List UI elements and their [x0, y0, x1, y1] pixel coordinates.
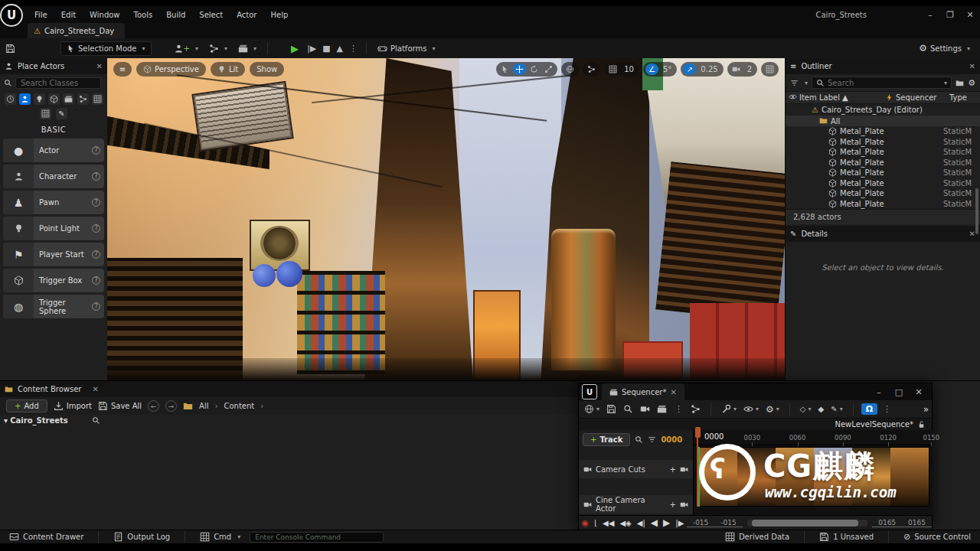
place-actor-pawn[interactable]: ♟ Pawn?: [3, 191, 104, 214]
world-dropdown-icon[interactable]: ▾: [582, 403, 602, 416]
menu-build[interactable]: Build: [159, 6, 192, 23]
place-actor-player-start[interactable]: ⚑ Player Start?: [3, 243, 104, 266]
add-section-icon[interactable]: +: [670, 500, 676, 509]
select-tool-icon[interactable]: [498, 64, 511, 75]
place-actor-point-light[interactable]: Point Light?: [3, 217, 104, 240]
geometry-category-icon[interactable]: [92, 93, 103, 105]
place-actor-actor[interactable]: ● Actor?: [3, 139, 104, 162]
camera-cuts-thumbnails[interactable]: [698, 447, 929, 507]
scale-tool-icon[interactable]: [542, 64, 555, 75]
edit-mode-icon[interactable]: ✎▾: [828, 403, 844, 415]
sequencer-options-icon[interactable]: ⋮: [671, 404, 686, 414]
shapes-category-icon[interactable]: [48, 93, 60, 105]
view-options-icon[interactable]: ▾: [741, 403, 761, 416]
recent-category-icon[interactable]: [5, 93, 16, 105]
outliner-row[interactable]: Metal_PlateStaticM: [786, 137, 980, 148]
camera-add-icon[interactable]: [680, 465, 688, 474]
forward-icon[interactable]: →: [165, 400, 177, 412]
viewport[interactable]: ≡ Perspective Lit Show 10 ∠ 5° ↗ 0.25: [107, 58, 785, 380]
play-options-menu[interactable]: ⋮: [346, 44, 361, 54]
expand-toolbar-icon[interactable]: »: [923, 404, 929, 415]
to-start-button[interactable]: ◀◀: [600, 519, 617, 527]
place-actors-close-icon[interactable]: ✕: [96, 62, 103, 70]
actions-icon[interactable]: [688, 403, 703, 416]
maximize-button[interactable]: ❐: [940, 7, 960, 22]
outliner-folder-row[interactable]: All: [786, 116, 980, 126]
perspective-dropdown[interactable]: Perspective: [136, 62, 206, 77]
cmd-dropdown[interactable]: Cmd▾: [195, 532, 245, 542]
back-icon[interactable]: ←: [148, 400, 159, 412]
stop-button[interactable]: ■: [319, 44, 333, 54]
surface-snap-icon[interactable]: [585, 64, 598, 75]
snapping-toggle[interactable]: Ω: [861, 403, 877, 415]
settings-dropdown[interactable]: ⚙Settings▾: [913, 41, 975, 56]
output-log-button[interactable]: Output Log: [109, 532, 175, 542]
outliner-row[interactable]: Metal_PlateStaticM: [786, 126, 980, 137]
menu-actor[interactable]: Actor: [230, 6, 263, 23]
level-tab[interactable]: ⚠ Cairo_Streets_Day: [28, 23, 125, 38]
lights-category-icon[interactable]: [34, 93, 45, 105]
record-button[interactable]: ◉: [579, 518, 592, 528]
play-button[interactable]: ▶: [286, 41, 304, 57]
camera-cuts-track[interactable]: Camera Cuts +: [579, 460, 693, 478]
track-filter-icon[interactable]: [648, 435, 656, 444]
sequencer-maximize-button[interactable]: □: [889, 384, 909, 399]
outliner-close-icon[interactable]: ✕: [969, 62, 975, 70]
outliner-row[interactable]: Metal_PlateStaticM: [786, 199, 980, 210]
current-frame[interactable]: 0000: [661, 435, 682, 444]
range-start-value[interactable]: -015: [687, 519, 714, 527]
import-button[interactable]: Import: [54, 401, 92, 411]
outliner-row[interactable]: Metal_PlateStaticM: [786, 147, 980, 158]
outliner-row[interactable]: Metal_PlateStaticM: [786, 188, 980, 199]
minimize-button[interactable]: –: [920, 7, 940, 22]
lit-dropdown[interactable]: Lit: [211, 62, 245, 77]
unsaved-button[interactable]: 1 Unsaved: [815, 532, 878, 542]
visibility-column-icon[interactable]: [786, 93, 799, 103]
outliner-filter-icon[interactable]: [790, 79, 799, 87]
view-end-value[interactable]: 0165: [872, 519, 902, 527]
sequencer-close-button[interactable]: ✕: [909, 384, 929, 399]
view-start-value[interactable]: -015: [714, 519, 742, 527]
menu-tools[interactable]: Tools: [127, 6, 160, 23]
details-close-icon[interactable]: ✕: [969, 230, 975, 238]
tree-header[interactable]: ▾ Cairo_Streets: [4, 416, 68, 425]
cine-camera-actor-track[interactable]: Cine Camera Actor +: [579, 495, 693, 514]
item-label-column[interactable]: Item Label ▲: [799, 93, 885, 102]
outliner-row[interactable]: Metal_PlateStaticM: [786, 158, 980, 168]
camera-lock-icon[interactable]: [680, 500, 688, 509]
eject-button[interactable]: ▲: [334, 44, 346, 54]
cinematics-dropdown[interactable]: ▾: [233, 41, 262, 56]
place-actor-trigger-sphere[interactable]: ◍ Trigger Sphere?: [3, 295, 104, 318]
blueprints-dropdown[interactable]: ▾: [204, 41, 233, 56]
effects-category-icon[interactable]: [77, 93, 89, 105]
prev-key-button[interactable]: ◀◈: [617, 519, 634, 527]
viewport-menu-icon[interactable]: ≡: [113, 62, 132, 77]
search-options-icon[interactable]: ▾: [944, 80, 947, 86]
basic-category-icon[interactable]: [19, 93, 31, 105]
outliner-row[interactable]: Metal_PlateStaticM: [786, 168, 980, 178]
bracket-in-icon[interactable]: ⌊: [592, 519, 600, 527]
source-control-button[interactable]: ⊘Source Control: [899, 532, 975, 542]
add-actor-dropdown[interactable]: +▾: [168, 41, 204, 56]
selection-mode-dropdown[interactable]: Selection Mode▾: [60, 41, 152, 56]
rotate-tool-icon[interactable]: [528, 64, 541, 75]
playback-options-icon[interactable]: ⚙▾: [763, 403, 782, 416]
auto-key-icon[interactable]: ◆: [816, 403, 827, 415]
tree-search-icon[interactable]: [92, 416, 100, 425]
add-camera-cut-icon[interactable]: +: [670, 465, 676, 474]
add-button[interactable]: +Add: [6, 399, 47, 412]
breadcrumb-content[interactable]: Content: [224, 402, 255, 410]
track-search-icon[interactable]: [635, 435, 643, 444]
prev-frame-button[interactable]: ◀|: [634, 519, 648, 527]
rotation-snap-control[interactable]: ∠ 5°: [643, 62, 677, 77]
outliner-row[interactable]: Metal_PlateStaticM: [786, 178, 980, 189]
timeline-ruler[interactable]: 0000 0030 0060 0090 0120 0150: [694, 430, 933, 445]
outliner-search-input[interactable]: [828, 77, 939, 88]
outliner-root-row[interactable]: ⚠ Cairo_Streets_Day (Editor): [786, 104, 980, 116]
sequencer-tab[interactable]: Sequencer* ✕: [602, 383, 684, 400]
derived-data-button[interactable]: Derived Data: [720, 532, 794, 542]
camera-speed-control[interactable]: 2: [727, 62, 757, 77]
save-all-button[interactable]: Save All: [98, 401, 142, 411]
search-classes-input[interactable]: [15, 77, 101, 89]
keyframe-options-icon[interactable]: ◇▾: [798, 403, 814, 415]
